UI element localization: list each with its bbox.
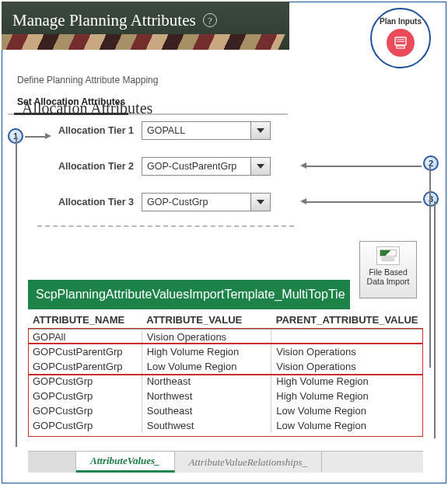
tier2-select[interactable]: GOP-CustParentGrp [142, 157, 250, 176]
table-row: GOPCustGrpNorthwestHigh Volume Region [28, 389, 423, 403]
col-attribute-name: ATTRIBUTE_NAME [28, 311, 142, 330]
section-heading: Allocation Attributes [22, 99, 152, 117]
section-divider [37, 225, 294, 227]
tier2-label: Allocation Tier 2 [47, 161, 142, 172]
callout-3: 3 [423, 191, 439, 207]
page-title: Manage Planning Attributes [12, 11, 196, 30]
help-icon[interactable]: ? [203, 13, 217, 27]
tier-form: Allocation Tier 1 GOPALL Allocation Tier… [47, 121, 303, 229]
col-attribute-value: ATTRIBUTE_VALUE [142, 311, 271, 330]
table-row: GOPCustGrpSouthwestLow Volume Region [28, 418, 423, 433]
page-banner: Manage Planning Attributes ? [2, 2, 289, 50]
tier1-dropdown-button[interactable] [250, 121, 271, 140]
svg-marker-6 [257, 200, 264, 204]
tier3-dropdown-button[interactable] [250, 193, 271, 211]
table-row: GOPCustGrpNortheastHigh Volume Region [28, 374, 423, 389]
worksheet-tabs: AttributeValues_ AttributeValueRelations… [28, 451, 423, 473]
callout-2: 2 [423, 155, 439, 171]
tier3-select[interactable]: GOP-CustGrp [142, 193, 250, 211]
tier3-label: Allocation Tier 3 [47, 197, 142, 208]
col-parent-attribute-value: PARENT_ATTRIBUTE_VALUE [271, 311, 423, 330]
template-title-bar: ScpPlanningAttributeValuesImportTemplate… [28, 280, 350, 309]
tab-define-mapping[interactable]: Define Planning Attribute Mapping [8, 70, 167, 92]
svg-marker-4 [257, 128, 264, 133]
plan-inputs-icon [387, 29, 415, 57]
svg-rect-3 [397, 46, 404, 48]
spreadsheet-icon [376, 246, 400, 265]
table-row: GOPCustParentGrpLow Volume RegionVision … [28, 359, 423, 374]
file-based-data-import-button[interactable]: File Based Data Import [359, 241, 417, 298]
tier2-dropdown-button[interactable] [250, 157, 271, 176]
tier1-label: Allocation Tier 1 [47, 125, 142, 136]
sheet-tab-attribute-values[interactable]: AttributeValues_ [76, 452, 175, 473]
tier1-select[interactable]: GOPALL [142, 121, 250, 140]
table-row: GOPCustGrpSoutheastLow Volume Region [28, 403, 423, 418]
fbdi-line2: Data Import [360, 277, 416, 286]
plan-inputs-label: Plan Inputs [372, 17, 429, 26]
svg-marker-5 [257, 164, 264, 169]
sheet-tab-attribute-value-relationships[interactable]: AttributeValueRelationships_ [175, 452, 322, 473]
sheet-nav-controls[interactable] [28, 452, 76, 473]
table-row: GOPCustParentGrpHigh Volume RegionVision… [28, 344, 423, 359]
attribute-values-table: ATTRIBUTE_NAME ATTRIBUTE_VALUE PARENT_AT… [28, 311, 423, 433]
table-row: GOPAllVision Operations [28, 330, 423, 345]
plan-inputs-badge[interactable]: Plan Inputs [370, 8, 431, 68]
fbdi-line1: File Based [360, 267, 416, 277]
